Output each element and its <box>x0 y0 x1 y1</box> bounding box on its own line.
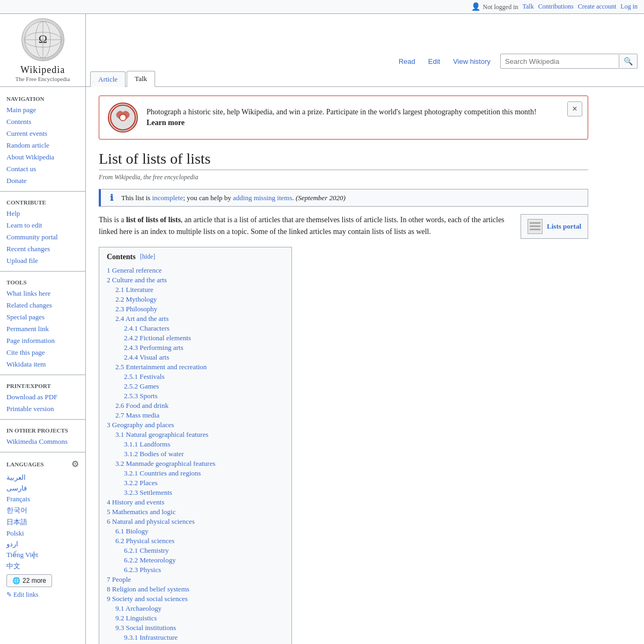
sidebar-item-random-article[interactable]: Random article <box>0 140 85 151</box>
search-button[interactable]: 🔍 <box>619 55 637 68</box>
sidebar-item-contents[interactable]: Contents <box>0 116 85 128</box>
lang-french[interactable]: Français <box>0 494 85 504</box>
edit-links-button[interactable]: ✎ Edit links <box>0 589 85 601</box>
toc-link[interactable]: 3.1.2 Bodies of water <box>124 450 184 458</box>
view-history-button[interactable]: View history <box>448 55 496 68</box>
learn-more-link[interactable]: Learn more <box>147 119 185 127</box>
tab-article[interactable]: Article <box>90 71 126 87</box>
sidebar: Navigation Main page Contents Current ev… <box>0 87 86 644</box>
sidebar-item-special-pages[interactable]: Special pages <box>0 311 85 323</box>
toc-link[interactable]: 9.3 Social institutions <box>115 624 176 632</box>
toc-link[interactable]: 6.2.3 Physics <box>124 566 161 574</box>
toc-link[interactable]: 2.1 Literature <box>115 286 153 294</box>
toc-link[interactable]: 2.5 Entertainment and recreation <box>115 363 207 371</box>
toc-link[interactable]: 2.4.4 Visual arts <box>124 353 169 361</box>
toc-link[interactable]: 3.2.2 Places <box>124 479 157 487</box>
contents-hide-button[interactable]: [hide] <box>140 253 156 261</box>
toc-link[interactable]: 3.1 Natural geographical features <box>115 430 208 438</box>
more-languages-button[interactable]: 🌐 22 more <box>6 574 52 587</box>
toc-link[interactable]: 6 Natural and physical sciences <box>107 517 195 525</box>
toc-link[interactable]: 2.7 Mass media <box>115 411 159 419</box>
sidebar-item-about-wikipedia[interactable]: About Wikipedia <box>0 151 85 163</box>
promotion-banner: Photograph a historic site, help Wikiped… <box>99 96 588 140</box>
edit-button[interactable]: Edit <box>423 55 445 68</box>
main-content: Photograph a historic site, help Wikiped… <box>86 87 601 644</box>
sidebar-item-learn-to-edit[interactable]: Learn to edit <box>0 219 85 231</box>
talk-link[interactable]: Talk <box>523 3 534 11</box>
toc-link[interactable]: 2.4 Art and the arts <box>115 314 169 323</box>
sidebar-item-cite-this-page[interactable]: Cite this page <box>0 347 85 358</box>
create-account-link[interactable]: Create account <box>578 3 617 11</box>
toc-link[interactable]: 3.2.3 Settlements <box>124 488 172 496</box>
log-in-link[interactable]: Log in <box>620 3 638 11</box>
sidebar-item-permanent-link[interactable]: Permanent link <box>0 323 85 335</box>
toc-link[interactable]: 3.2.1 Countries and regions <box>124 469 201 477</box>
toc-link[interactable]: 6.2 Physical sciences <box>115 537 174 545</box>
toc-link[interactable]: 9.1 Archaeology <box>115 604 162 612</box>
lang-arabic[interactable]: العربية <box>0 472 85 483</box>
toc-item: 3.1.1 Landforms <box>107 440 284 449</box>
search-input[interactable] <box>501 55 619 68</box>
svg-rect-10 <box>530 229 540 230</box>
sidebar-item-upload-file[interactable]: Upload file <box>0 255 85 267</box>
toc-link[interactable]: 2.5.2 Games <box>124 382 159 390</box>
toc-link[interactable]: 9.3.1 Infrastructure <box>124 633 178 641</box>
toc-item: 9.1 Archaeology <box>107 604 284 613</box>
toc-link[interactable]: 6.2.1 Chemistry <box>124 546 169 554</box>
sidebar-item-current-events[interactable]: Current events <box>0 128 85 140</box>
lang-japanese[interactable]: 日本語 <box>0 516 85 528</box>
sidebar-item-page-information[interactable]: Page information <box>0 335 85 347</box>
toc-link[interactable]: 2.4.2 Fictional elements <box>124 334 191 342</box>
toc-link[interactable]: 1 General reference <box>107 266 162 274</box>
toc-link[interactable]: 2.3 Philosophy <box>115 305 157 313</box>
lang-persian[interactable]: فارسی <box>0 483 85 494</box>
toc-link[interactable]: 3.2 Manmade geographical features <box>115 459 215 467</box>
toc-link[interactable]: 7 People <box>107 575 131 583</box>
sidebar-item-contact-us[interactable]: Contact us <box>0 163 85 175</box>
sidebar-item-printable-version[interactable]: Printable version <box>0 403 85 415</box>
lists-portal-link[interactable]: Lists portal <box>547 222 581 231</box>
read-button[interactable]: Read <box>393 55 421 68</box>
sidebar-item-main-page[interactable]: Main page <box>0 104 85 116</box>
toc-link[interactable]: 2.5.1 Festivals <box>124 372 164 380</box>
tab-talk[interactable]: Talk <box>127 71 155 87</box>
sidebar-item-what-links-here[interactable]: What links here <box>0 288 85 299</box>
lang-vietnamese[interactable]: Tiếng Việt <box>0 550 85 560</box>
sidebar-item-wikidata-item[interactable]: Wikidata item <box>0 358 85 370</box>
sidebar-item-community-portal[interactable]: Community portal <box>0 231 85 243</box>
toc-link[interactable]: 2.4.3 Performing arts <box>124 343 183 352</box>
toc-link[interactable]: 9 Society and social sciences <box>107 595 188 603</box>
toc-link[interactable]: 2.5.3 Sports <box>124 392 157 400</box>
toc-link[interactable]: 2.6 Food and drink <box>115 401 169 409</box>
banner-close-button[interactable]: × <box>567 101 582 116</box>
toc-link[interactable]: 6.1 Biology <box>115 527 148 535</box>
toc-link[interactable]: 6.2.2 Meteorology <box>124 556 175 564</box>
sidebar-item-recent-changes[interactable]: Recent changes <box>0 243 85 255</box>
toc-item: 3.2.2 Places <box>107 478 284 488</box>
toc-link[interactable]: 2.2 Mythology <box>115 295 157 303</box>
logo-area[interactable]: Ω Wikipedia The Free Encyclopedia <box>0 14 86 86</box>
toc-link[interactable]: 4 History and events <box>107 498 164 506</box>
toc-link[interactable]: 2.4.1 Characters <box>124 324 170 332</box>
sidebar-divider-3 <box>0 375 85 375</box>
toc-link[interactable]: 3 Geography and places <box>107 421 174 429</box>
lang-chinese[interactable]: 中文 <box>0 560 85 572</box>
lang-urdu[interactable]: اردو <box>0 539 85 550</box>
lang-polish[interactable]: Polski <box>0 528 85 539</box>
toc-link[interactable]: 3.1.1 Landforms <box>124 440 170 448</box>
sidebar-item-help[interactable]: Help <box>0 208 85 219</box>
adding-missing-items-link[interactable]: adding missing items <box>233 194 292 202</box>
sidebar-item-donate[interactable]: Donate <box>0 175 85 187</box>
contributions-link[interactable]: Contributions <box>538 3 574 11</box>
incomplete-link[interactable]: incomplete <box>152 194 183 202</box>
toc-link[interactable]: 2 Culture and the arts <box>107 276 167 284</box>
toc-link[interactable]: 9.2 Linguistics <box>115 614 157 622</box>
toc-link[interactable]: 8 Religion and belief systems <box>107 585 189 593</box>
banner-learn-more[interactable]: Learn more <box>147 119 537 127</box>
language-settings-icon[interactable]: ⚙ <box>71 459 79 469</box>
toc-link[interactable]: 5 Mathematics and logic <box>107 508 175 516</box>
sidebar-item-download-pdf[interactable]: Download as PDF <box>0 391 85 403</box>
sidebar-item-related-changes[interactable]: Related changes <box>0 299 85 311</box>
sidebar-item-wikimedia-commons[interactable]: Wikimedia Commons <box>0 436 85 448</box>
lang-korean[interactable]: 한국어 <box>0 504 85 516</box>
